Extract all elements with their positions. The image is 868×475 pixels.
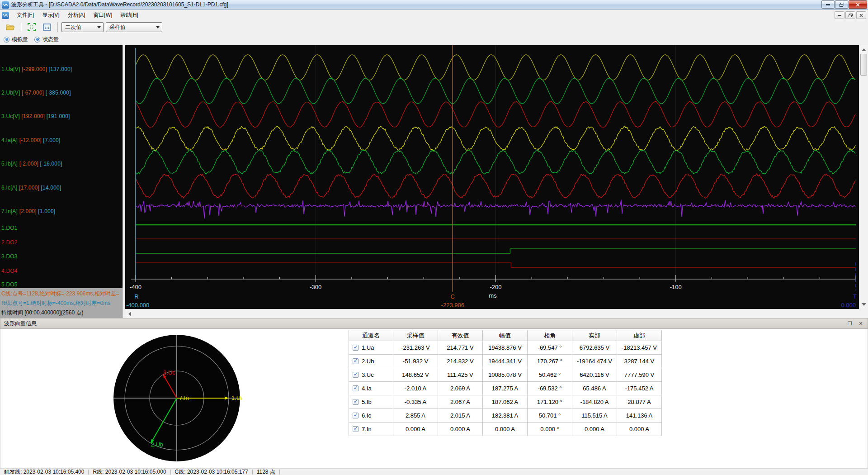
radio-dot bbox=[5, 38, 8, 41]
statusbar-item-0: 触发线: 2023-02-03 10:16:05.400 bbox=[0, 468, 88, 475]
vertical-scrollbar[interactable] bbox=[859, 45, 868, 309]
value-cell: 187.062 A bbox=[483, 395, 528, 409]
value-cell: 6420.116 V bbox=[572, 368, 617, 382]
duration-info: 持续时间 [00:00.400000](2560 点) bbox=[1, 308, 122, 318]
digital-channel-label[interactable]: 3.DO3 bbox=[1, 253, 18, 260]
row-checkbox[interactable] bbox=[353, 413, 359, 418]
analog-channel-label[interactable]: 5.Ib[A] [-2.000] [-16.000] bbox=[1, 161, 62, 167]
close-button[interactable] bbox=[849, 0, 867, 9]
mdi-minimize-button[interactable] bbox=[835, 11, 844, 19]
value-cell: 0.000 A bbox=[393, 423, 438, 436]
row-checkbox[interactable] bbox=[353, 358, 359, 364]
digital-channel-label[interactable]: 1.DO1 bbox=[1, 225, 18, 231]
value-cell: -2.010 A bbox=[393, 382, 438, 395]
value-type-combobox[interactable]: 二次值 bbox=[61, 22, 104, 32]
fit-screen-icon bbox=[28, 23, 36, 31]
row-checkbox[interactable] bbox=[353, 426, 359, 432]
channel-name-cell: 3.Uc bbox=[349, 368, 393, 382]
fit-screen-button[interactable] bbox=[25, 21, 38, 33]
c-cursor-label: C bbox=[451, 293, 455, 300]
menu-view[interactable]: 显示[V] bbox=[38, 10, 64, 20]
analog-channel-label[interactable]: 7.In[A] [2.000] [1.000] bbox=[1, 208, 55, 214]
mdi-close-button[interactable] bbox=[856, 11, 866, 19]
channel-name-cell: 4.Ia bbox=[349, 382, 393, 395]
value-cell: 0.000 A bbox=[617, 423, 662, 436]
cursor-info-box: C线:点号=1128,绝对时标=-223.906ms,相对时差= R线:点号=1… bbox=[0, 288, 123, 318]
value-cell: 148.652 V bbox=[393, 368, 438, 382]
table-header-2: 有效值 bbox=[438, 330, 483, 341]
chevron-down-icon bbox=[95, 24, 103, 30]
row-checkbox[interactable] bbox=[353, 399, 359, 405]
r-line-info: R线:点号=1,绝对时标=-400ms,相对时差=0ms bbox=[1, 299, 122, 308]
value-cell: 2.067 A bbox=[438, 395, 483, 409]
phasor-diagram: 1.Ua2.Ub3.Uc7.In bbox=[111, 332, 242, 464]
value-cell: 115.515 A bbox=[572, 409, 617, 423]
menu-file[interactable]: 文件[F] bbox=[13, 10, 38, 20]
panel-float-icon[interactable]: ❐ bbox=[847, 321, 853, 327]
value-cell: 214.832 V bbox=[438, 355, 483, 368]
value-cell: 2.855 A bbox=[393, 409, 438, 423]
channel-name-cell: 7.In bbox=[349, 423, 393, 436]
horizontal-scrollbar[interactable] bbox=[125, 309, 859, 318]
vector-info-panel: 波形向量信息 ❐ ✕ 1.Ua2.Ub3.Uc7.In 通道名采样值有效值幅值相… bbox=[0, 318, 868, 468]
table-header-0: 通道名 bbox=[349, 330, 393, 341]
radio-label: 模拟量 bbox=[12, 36, 28, 43]
minimize-button[interactable] bbox=[821, 0, 835, 9]
value-cell: -69.547 ° bbox=[528, 341, 572, 355]
one-to-one-button[interactable]: 1:1 bbox=[40, 21, 54, 33]
r-cursor-value: -400.000 bbox=[126, 302, 149, 309]
mdi-restore-button[interactable] bbox=[845, 11, 855, 19]
analog-channel-label[interactable]: 1.Ua[V] [-299.000] [137.000] bbox=[1, 66, 72, 72]
digital-channel-label[interactable]: 2.DO2 bbox=[1, 239, 18, 246]
menu-window[interactable]: 窗口[W] bbox=[89, 10, 116, 20]
phasor-label-2.Ub: 2.Ub bbox=[151, 441, 163, 448]
value-cell: 2.015 A bbox=[438, 409, 483, 423]
digital-channel-label[interactable]: 5.DO5 bbox=[1, 281, 18, 288]
value-cell: 0.000 A bbox=[438, 423, 483, 436]
analog-mode-radio[interactable] bbox=[4, 37, 9, 43]
panel-close-icon[interactable]: ✕ bbox=[858, 321, 864, 327]
scrollbar-corner bbox=[859, 309, 868, 318]
statusbar-item-3: 1128 点 bbox=[253, 468, 279, 475]
value-cell: 6792.635 V bbox=[572, 341, 617, 355]
analog-channel-label[interactable]: 3.Uc[V] [192.000] [191.000] bbox=[1, 113, 70, 119]
table-header-1: 采样值 bbox=[393, 330, 438, 341]
analog-channel-label[interactable]: 4.Ia[A] [-12.000] [7.000] bbox=[1, 137, 60, 143]
menu-help[interactable]: 帮助[H] bbox=[116, 10, 142, 20]
waveform-plot[interactable]: -400-300-200-100msR-400.000C-223.906T0.0… bbox=[125, 45, 859, 309]
status-mode-radio[interactable] bbox=[34, 37, 40, 43]
table-header-6: 虚部 bbox=[617, 330, 662, 341]
value-cell: 19444.341 V bbox=[483, 355, 528, 368]
value-cell: -51.932 V bbox=[393, 355, 438, 368]
document-icon bbox=[2, 12, 9, 19]
scroll-down-arrow-icon[interactable] bbox=[859, 301, 868, 309]
row-checkbox[interactable] bbox=[353, 385, 359, 391]
toolbar-separator bbox=[57, 22, 58, 32]
radio-dot bbox=[36, 38, 39, 41]
analog-channel-label[interactable]: 2.Ub[V] [-67.000] [-385.000] bbox=[1, 90, 71, 96]
scroll-up-arrow-icon[interactable] bbox=[859, 45, 868, 53]
value-cell: 2.069 A bbox=[438, 382, 483, 395]
row-checkbox[interactable] bbox=[353, 372, 359, 378]
menu-analyze[interactable]: 分析[A] bbox=[64, 10, 90, 20]
analog-channel-label[interactable]: 6.Ic[A] [17.000] [14.000] bbox=[1, 185, 61, 191]
scrollbar-thumb[interactable] bbox=[860, 54, 867, 76]
value-cell: 3287.144 V bbox=[617, 355, 662, 368]
value-cell: 19438.876 V bbox=[483, 341, 528, 355]
row-checkbox[interactable] bbox=[353, 345, 359, 351]
statusbar-item-2: C线: 2023-02-03 10:16:05.177 bbox=[171, 468, 252, 475]
table-header-3: 幅值 bbox=[483, 330, 528, 341]
toolbar-separator bbox=[21, 22, 21, 32]
scroll-left-arrow-icon[interactable] bbox=[125, 309, 133, 318]
digital-channel-label[interactable]: 4.DO4 bbox=[1, 268, 18, 274]
open-file-button[interactable] bbox=[4, 21, 17, 33]
restore-button[interactable] bbox=[835, 0, 848, 9]
sample-type-combobox[interactable]: 采样值 bbox=[106, 22, 162, 32]
vector-panel-header: 波形向量信息 ❐ ✕ bbox=[0, 318, 868, 329]
value-cell: 170.267 ° bbox=[528, 355, 572, 368]
row-channel-name: 2.Ub bbox=[362, 358, 374, 365]
value-cell: -19164.474 V bbox=[572, 355, 617, 368]
table-row: 3.Uc148.652 V111.425 V10085.078 V50.462 … bbox=[349, 368, 662, 382]
x-axis-tick-label: -200 bbox=[490, 284, 501, 290]
menu-bar: 文件[F] 显示[V] 分析[A] 窗口[W] 帮助[H] bbox=[0, 10, 868, 20]
